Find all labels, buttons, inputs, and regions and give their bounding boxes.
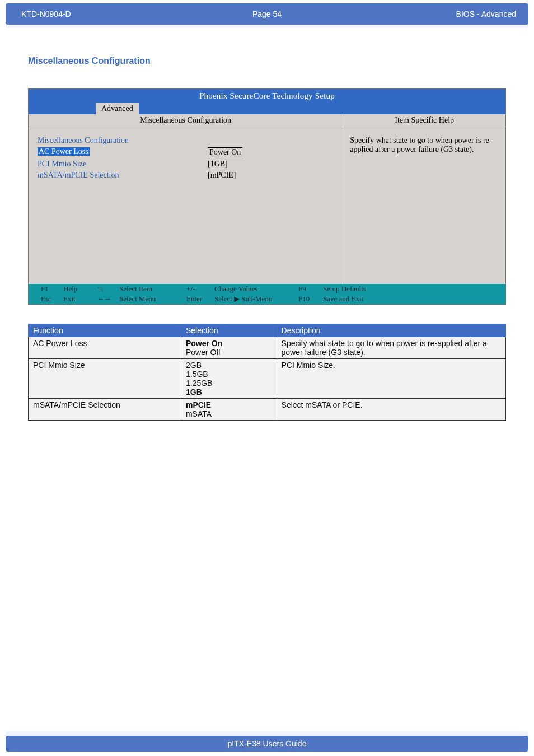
table-cell-function: mSATA/mPCIE Selection [29, 399, 181, 421]
page-header: KTD-N0904-D Page 54 BIOS - Advanced [6, 3, 528, 25]
page-footer: pITX-E38 Users Guide [6, 736, 528, 752]
bios-label-select-sub: Select ▶ Sub-Menu [214, 295, 298, 304]
bios-key-f10: F10 [298, 295, 323, 304]
bios-tab-advanced[interactable]: Advanced [96, 103, 139, 114]
bios-panel-title: Miscellaneous Configuration [29, 114, 343, 127]
table-cell-function: PCI Mmio Size [29, 359, 181, 399]
table-cell-function: AC Power Loss [29, 337, 181, 359]
table-header-description: Description [277, 324, 505, 337]
table-row: mSATA/mPCIE SelectionmPCIEmSATASelect mS… [29, 399, 506, 421]
bios-help-title: Item Specific Help [343, 114, 505, 127]
bios-key-updown: ↑↓ [97, 284, 119, 293]
bios-option-value: [1GB] [208, 160, 228, 169]
table-header-selection: Selection [181, 324, 277, 337]
bios-key-plusminus: +/- [186, 284, 214, 293]
table-header-function: Function [29, 324, 181, 337]
bios-key-esc: Esc [41, 295, 63, 304]
bios-option-label: PCI Mmio Size [38, 160, 208, 169]
bios-label-exit: Exit [63, 295, 97, 304]
bios-option-ac-power-loss[interactable]: AC Power LossPower On [38, 147, 336, 157]
section-title: Miscellaneous Configuration [28, 56, 506, 66]
guide-name: pITX-E38 Users Guide [228, 739, 307, 748]
bios-label-select-menu: Select Menu [119, 295, 186, 304]
bios-help-text: Specify what state to go to when power i… [350, 136, 491, 153]
table-cell-selection: mPCIEmSATA [181, 399, 277, 421]
bios-key-enter: Enter [186, 295, 214, 304]
table-cell-selection: Power OnPower Off [181, 337, 277, 359]
bios-title: Phoenix SecureCore Technology Setup [29, 89, 505, 103]
bios-footer: F1 Help ↑↓ Select Item +/- Change Values… [29, 284, 505, 304]
bios-key-f1: F1 [41, 284, 63, 293]
bios-option-label: AC Power Loss [38, 147, 90, 156]
bios-label-change-values: Change Values [214, 284, 298, 293]
table-cell-selection: 2GB1.5GB1.25GB1GB [181, 359, 277, 399]
bios-options-pane: Miscellaneous ConfigurationAC Power Loss… [29, 127, 343, 284]
options-table: Function Selection Description AC Power … [28, 324, 506, 421]
bios-label-setup-defaults: Setup Defaults [323, 284, 366, 293]
table-cell-description: PCI Mmio Size. [277, 359, 505, 399]
bios-screenshot: Phoenix SecureCore Technology Setup Adva… [28, 88, 506, 305]
bios-option-value: [mPCIE] [208, 171, 236, 180]
bios-options-header: Miscellaneous Configuration [38, 136, 336, 145]
table-row: AC Power LossPower OnPower OffSpecify wh… [29, 337, 506, 359]
bios-label-select-item: Select Item [119, 284, 186, 293]
doc-id: KTD-N0904-D [6, 10, 129, 18]
bios-label-save-exit: Save and Exit [323, 295, 363, 304]
bios-key-leftright: ←→ [97, 295, 119, 304]
bios-option-value: Power On [208, 147, 242, 157]
bios-key-f9: F9 [298, 284, 323, 293]
bios-help-pane: Specify what state to go to when power i… [343, 127, 505, 284]
table-cell-description: Specify what state to go to when power i… [277, 337, 505, 359]
section-name: BIOS - Advanced [456, 10, 516, 18]
bios-option-msata-mpcie[interactable]: mSATA/mPCIE Selection[mPCIE] [38, 171, 336, 180]
table-row: PCI Mmio Size2GB1.5GB1.25GB1GBPCI Mmio S… [29, 359, 506, 399]
bios-option-pci-mmio-size[interactable]: PCI Mmio Size[1GB] [38, 160, 336, 169]
table-cell-description: Select mSATA or PCIE. [277, 399, 505, 421]
bios-option-label: mSATA/mPCIE Selection [38, 171, 208, 180]
bios-label-help: Help [63, 284, 97, 293]
